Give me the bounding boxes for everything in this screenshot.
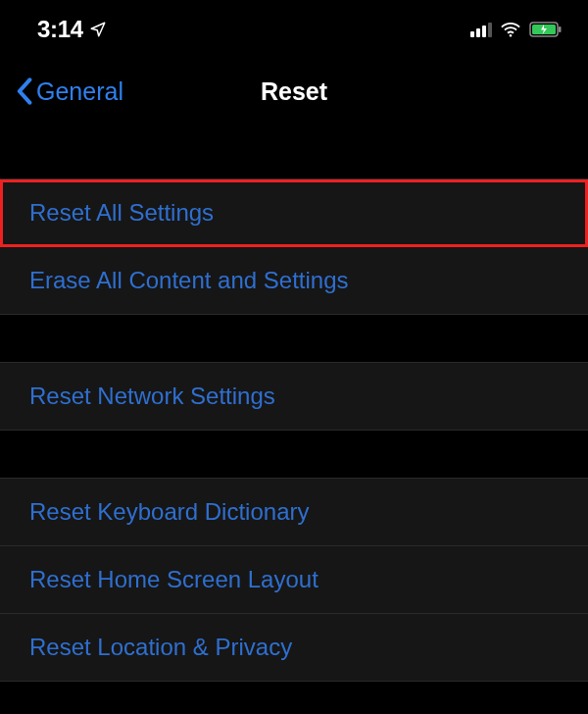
settings-group-2: Reset Network Settings — [0, 362, 588, 431]
wifi-icon — [500, 22, 521, 37]
list-item-label: Reset Home Screen Layout — [29, 566, 318, 592]
reset-home-screen-layout-item[interactable]: Reset Home Screen Layout — [0, 546, 588, 614]
status-bar-right — [470, 22, 563, 37]
cellular-signal-icon — [470, 22, 492, 37]
battery-charging-icon — [529, 22, 563, 37]
chevron-left-icon — [16, 77, 32, 105]
status-time: 3:14 — [37, 16, 83, 43]
svg-rect-1 — [559, 26, 562, 32]
content: Reset All Settings Erase All Content and… — [0, 129, 588, 682]
reset-location-privacy-item[interactable]: Reset Location & Privacy — [0, 614, 588, 681]
back-button-label: General — [36, 77, 123, 106]
section-spacer — [0, 129, 588, 178]
page-title: Reset — [261, 77, 327, 106]
list-item-label: Reset Location & Privacy — [29, 634, 292, 660]
list-item-label: Reset Keyboard Dictionary — [29, 498, 309, 525]
reset-keyboard-dictionary-item[interactable]: Reset Keyboard Dictionary — [0, 479, 588, 546]
list-item-label: Reset Network Settings — [29, 382, 275, 409]
location-arrow-icon — [89, 21, 107, 38]
status-bar-left: 3:14 — [37, 16, 107, 43]
reset-network-settings-item[interactable]: Reset Network Settings — [0, 363, 588, 430]
erase-all-content-item[interactable]: Erase All Content and Settings — [0, 247, 588, 314]
list-item-label: Reset All Settings — [29, 199, 214, 226]
settings-group-3: Reset Keyboard Dictionary Reset Home Scr… — [0, 478, 588, 682]
settings-group-1: Reset All Settings Erase All Content and… — [0, 178, 588, 315]
back-button[interactable]: General — [16, 77, 123, 106]
status-bar: 3:14 — [0, 0, 588, 53]
section-spacer — [0, 431, 588, 478]
list-item-label: Erase All Content and Settings — [29, 267, 349, 293]
reset-all-settings-item[interactable]: Reset All Settings — [0, 179, 588, 247]
section-spacer — [0, 315, 588, 362]
navigation-bar: General Reset — [0, 53, 588, 129]
